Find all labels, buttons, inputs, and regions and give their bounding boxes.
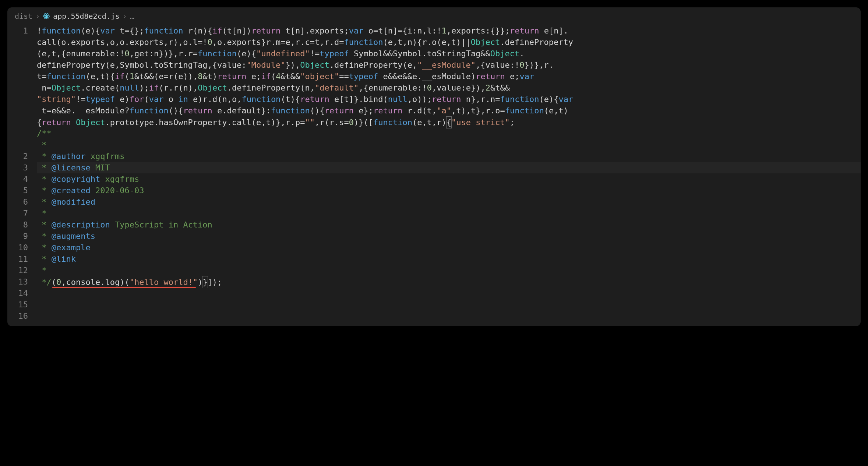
line-number bbox=[7, 116, 28, 128]
breadcrumb-filename[interactable]: app.55d8e2cd.js bbox=[53, 12, 120, 21]
code-line[interactable]: "string"!=typeof e)for(var o in e)r.d(n,… bbox=[37, 93, 861, 105]
code-line[interactable]: t=function(e,t){if(1&t&&(e=r(e)),8&t)ret… bbox=[37, 71, 861, 82]
breadcrumb-folder[interactable]: dist bbox=[15, 12, 32, 21]
code-line[interactable]: * @augments bbox=[37, 230, 861, 242]
breadcrumb-separator: › bbox=[123, 12, 127, 21]
line-number: 8 bbox=[7, 219, 28, 230]
code-line[interactable]: * @example bbox=[37, 242, 861, 253]
react-icon bbox=[43, 13, 50, 20]
code-line[interactable]: * @copyright xgqfrms bbox=[37, 173, 861, 185]
breadcrumb-separator: › bbox=[35, 12, 40, 21]
line-number: 2 bbox=[7, 151, 28, 162]
code-line[interactable]: * bbox=[37, 265, 861, 276]
svg-point-0 bbox=[46, 15, 47, 17]
code-line[interactable]: call(o.exports,o,o.exports,r),o.l=!0,o.e… bbox=[37, 36, 861, 48]
line-number: 11 bbox=[7, 253, 28, 265]
code-line[interactable]: defineProperty(e,Symbol.toStringTag,{val… bbox=[37, 59, 861, 71]
code-line[interactable]: {return Object.prototype.hasOwnProperty.… bbox=[37, 116, 861, 128]
line-number bbox=[7, 128, 28, 139]
line-number bbox=[7, 139, 28, 151]
line-number: 1 bbox=[7, 25, 28, 36]
line-number: 6 bbox=[7, 196, 28, 208]
line-number: 16 bbox=[7, 310, 28, 322]
code-line[interactable]: !function(e){var t={};function r(n){if(t… bbox=[37, 25, 861, 36]
code-line[interactable]: * @link bbox=[37, 253, 861, 265]
line-number: 9 bbox=[7, 230, 28, 242]
code-line[interactable]: * bbox=[37, 139, 861, 151]
line-number bbox=[7, 48, 28, 59]
code-line[interactable]: * @created 2020-06-03 bbox=[37, 185, 861, 196]
line-number: 3 bbox=[7, 162, 28, 173]
line-number-gutter: 1 2 3 4 5 6 7 8 9 10 11 12 13 14 15 16 bbox=[7, 25, 37, 322]
line-number: 5 bbox=[7, 185, 28, 196]
breadcrumb-trail[interactable]: … bbox=[130, 12, 134, 21]
code-line[interactable]: * bbox=[37, 208, 861, 219]
line-number: 14 bbox=[7, 287, 28, 299]
breadcrumb[interactable]: dist › app.55d8e2cd.js › … bbox=[7, 7, 861, 25]
code-line[interactable]: /** bbox=[37, 128, 861, 139]
code-line[interactable]: * @modified bbox=[37, 196, 861, 208]
line-number bbox=[7, 82, 28, 93]
line-number bbox=[7, 59, 28, 71]
code-line[interactable]: */(0,console.log)("hello world!")}]); bbox=[37, 276, 861, 287]
line-number: 12 bbox=[7, 265, 28, 276]
line-number: 10 bbox=[7, 242, 28, 253]
code-editor: dist › app.55d8e2cd.js › … 1 2 bbox=[7, 7, 861, 326]
code-line[interactable]: * @author xgqfrms bbox=[37, 151, 861, 162]
line-number: 4 bbox=[7, 173, 28, 185]
code-content[interactable]: !function(e){var t={};function r(n){if(t… bbox=[37, 25, 861, 322]
line-number: 15 bbox=[7, 299, 28, 310]
line-number bbox=[7, 93, 28, 105]
code-area[interactable]: 1 2 3 4 5 6 7 8 9 10 11 12 13 14 15 16 bbox=[7, 25, 861, 326]
code-line[interactable]: * @description TypeScript in Action bbox=[37, 219, 861, 230]
line-number bbox=[7, 71, 28, 82]
code-line[interactable]: n=Object.create(null);if(r.r(n),Object.d… bbox=[37, 82, 861, 93]
line-number: 7 bbox=[7, 208, 28, 219]
code-line[interactable]: * @license MIT bbox=[37, 162, 861, 173]
code-line[interactable]: t=e&&e.__esModule?function(){return e.de… bbox=[37, 105, 861, 116]
line-number: 13 bbox=[7, 276, 28, 287]
code-line[interactable]: (e,t,{enumerable:!0,get:n})},r.r=functio… bbox=[37, 48, 861, 59]
line-number bbox=[7, 36, 28, 48]
code-line[interactable] bbox=[37, 287, 861, 299]
line-number bbox=[7, 105, 28, 116]
